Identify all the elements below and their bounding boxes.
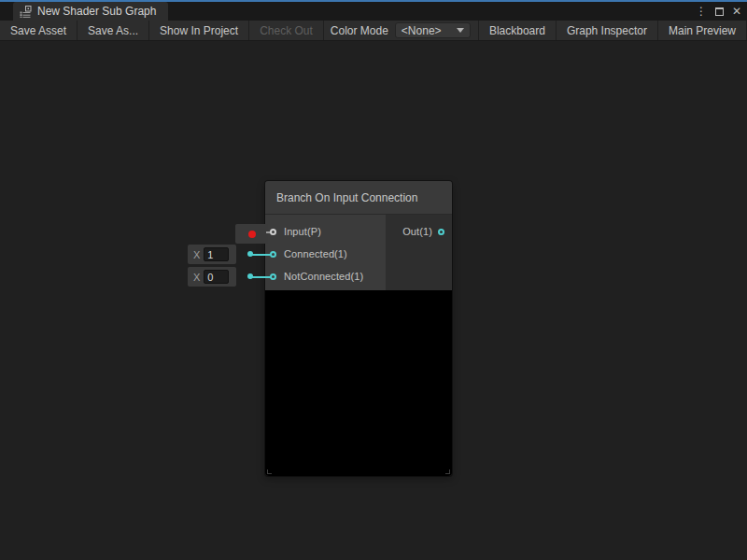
maximize-icon[interactable] bbox=[715, 7, 724, 16]
graph-canvas[interactable]: Branch On Input Connection Input(P) Conn… bbox=[0, 41, 747, 560]
port-row-input: Input(P) bbox=[265, 220, 386, 243]
connected-widget-connector-dot[interactable] bbox=[247, 251, 253, 257]
connected-port-label: Connected(1) bbox=[284, 248, 347, 259]
notconnected-x-value-input[interactable] bbox=[204, 270, 229, 284]
graph-inspector-toggle-button[interactable]: Graph Inspector bbox=[557, 21, 658, 40]
chevron-down-icon bbox=[457, 28, 464, 33]
input-port-label: Input(P) bbox=[284, 226, 321, 237]
notconnected-x-label: X bbox=[193, 272, 200, 283]
connected-x-value-input[interactable] bbox=[204, 247, 229, 261]
color-mode-label: Color Mode bbox=[324, 21, 395, 40]
subgraph-asset-icon bbox=[20, 6, 32, 18]
out-port-label: Out(1) bbox=[402, 226, 432, 237]
port-row-out: Out(1) bbox=[386, 220, 452, 243]
notconnected-port-label: NotConnected(1) bbox=[284, 271, 363, 282]
resize-handle-bottom-right[interactable] bbox=[445, 469, 450, 474]
connected-port[interactable] bbox=[270, 251, 276, 258]
out-port[interactable] bbox=[438, 229, 444, 235]
node-input-section: Input(P) Connected(1) NotConnected(1) bbox=[265, 215, 386, 290]
color-mode-selected-value: <None> bbox=[402, 24, 442, 37]
notconnected-port[interactable] bbox=[270, 273, 276, 280]
tab-new-shader-sub-graph[interactable]: New Shader Sub Graph bbox=[13, 2, 168, 21]
connected-default-widget: X bbox=[188, 245, 236, 264]
main-preview-toggle-button[interactable]: Main Preview bbox=[658, 21, 747, 40]
input-default-widget[interactable] bbox=[235, 224, 268, 244]
resize-handle-bottom-left[interactable] bbox=[267, 469, 272, 474]
blackboard-toggle-button[interactable]: Blackboard bbox=[478, 21, 557, 40]
color-mode-dropdown[interactable]: <None> bbox=[395, 22, 471, 38]
node-body: Input(P) Connected(1) NotConnected(1) Ou… bbox=[265, 215, 452, 290]
save-as-button[interactable]: Save As... bbox=[78, 21, 149, 40]
input-port[interactable] bbox=[270, 229, 276, 235]
save-asset-button[interactable]: Save Asset bbox=[0, 21, 78, 40]
graph-toolbar: Save Asset Save As... Show In Project Ch… bbox=[0, 21, 747, 41]
notconnected-default-widget: X bbox=[188, 267, 236, 287]
tab-title: New Shader Sub Graph bbox=[37, 5, 156, 18]
window-controls: ⋮ ✕ bbox=[696, 2, 741, 21]
node-preview bbox=[265, 290, 452, 476]
red-port-dot-icon bbox=[248, 231, 256, 238]
check-out-button: Check Out bbox=[249, 21, 324, 40]
notconnected-default-wire bbox=[250, 276, 271, 278]
node-branch-on-input-connection[interactable]: Branch On Input Connection Input(P) Conn… bbox=[265, 181, 452, 476]
shader-graph-window: New Shader Sub Graph ⋮ ✕ Save Asset Save… bbox=[0, 0, 747, 560]
notconnected-widget-connector-dot[interactable] bbox=[247, 273, 253, 279]
port-row-connected: Connected(1) bbox=[265, 243, 386, 265]
port-row-notconnected: NotConnected(1) bbox=[265, 265, 386, 287]
node-output-section: Out(1) bbox=[386, 215, 452, 290]
show-in-project-button[interactable]: Show In Project bbox=[149, 21, 249, 40]
menu-icon[interactable]: ⋮ bbox=[696, 6, 707, 17]
connected-default-wire bbox=[250, 254, 271, 256]
connected-x-label: X bbox=[193, 249, 200, 260]
close-icon[interactable]: ✕ bbox=[732, 6, 741, 17]
node-title[interactable]: Branch On Input Connection bbox=[265, 181, 452, 215]
tab-bar: New Shader Sub Graph ⋮ ✕ bbox=[0, 2, 747, 21]
